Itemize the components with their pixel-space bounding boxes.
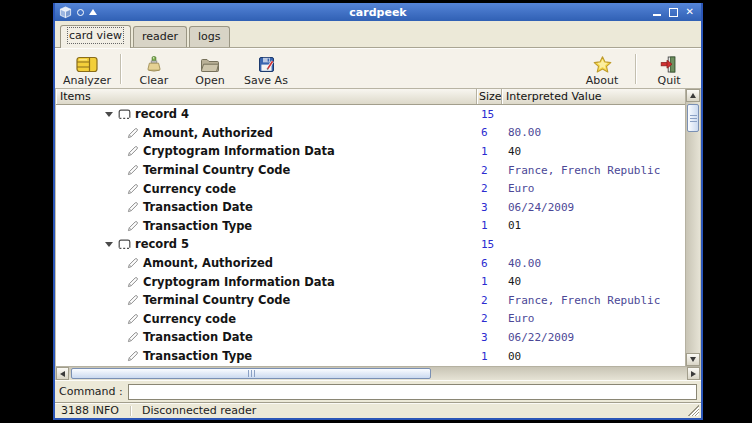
size-cell: 2	[477, 312, 502, 325]
scroll-up-button[interactable]	[686, 89, 700, 102]
scroll-right-button[interactable]	[687, 367, 700, 380]
clear-label: Clear	[140, 74, 169, 87]
tree-row[interactable]: Cryptogram Information Data140	[56, 272, 685, 291]
toolbar-separator	[120, 54, 121, 84]
tab-card-view[interactable]: card view	[60, 25, 131, 48]
quit-button[interactable]: Quit	[641, 51, 697, 87]
pencil-icon	[127, 257, 139, 269]
tab-logs[interactable]: logs	[189, 26, 230, 47]
right-arrow-icon	[691, 371, 696, 377]
size-cell: 1	[477, 350, 502, 363]
interpreted-value-cell: 06/24/2009	[502, 201, 685, 214]
titlebar[interactable]: cardpeek ✕	[55, 3, 701, 21]
items-cell: Amount, Authorized	[56, 256, 477, 270]
save-as-button[interactable]: Save As	[238, 51, 294, 87]
expander-icon[interactable]	[105, 242, 113, 247]
size-cell: 1	[477, 275, 502, 288]
tree-row[interactable]: Transaction Date306/22/2009	[56, 328, 685, 347]
items-cell: Transaction Date	[56, 330, 477, 344]
tree-row[interactable]: Currency code2Euro	[56, 310, 685, 329]
tree-item-label: Terminal Country Code	[143, 163, 290, 177]
tree-item-label: Transaction Type	[143, 219, 252, 233]
analyzer-button[interactable]: Analyzer	[59, 51, 115, 87]
pencil-icon	[127, 276, 139, 288]
pencil-icon	[127, 183, 139, 195]
size-cell: 6	[477, 126, 502, 139]
horizontal-scrollbar[interactable]	[56, 366, 700, 380]
tree-item-label: Terminal Country Code	[143, 293, 290, 307]
pencil-icon	[127, 350, 139, 362]
tree-rows: record 415Amount, Authorized680.00Crypto…	[56, 105, 685, 366]
tree-row[interactable]: record 515	[56, 235, 685, 254]
items-cell: Cryptogram Information Data	[56, 144, 477, 158]
size-cell: 3	[477, 331, 502, 344]
interpreted-value-cell: Euro	[502, 312, 685, 325]
analyzer-label: Analyzer	[63, 74, 111, 87]
tree-item-label: record 4	[135, 107, 189, 121]
interpreted-value-cell: France, French Republic	[502, 164, 685, 177]
toolbar: Analyzer Clear Open	[55, 48, 701, 89]
minimize-button[interactable]	[653, 14, 661, 16]
items-cell: Transaction Type	[56, 219, 477, 233]
column-header-size[interactable]: Size	[477, 89, 502, 104]
interpreted-value-cell: 01	[502, 219, 685, 232]
vertical-scrollbar[interactable]	[685, 89, 700, 366]
pencil-icon	[127, 313, 139, 325]
size-cell: 2	[477, 182, 502, 195]
tab-bar: card view reader logs	[55, 21, 701, 48]
toolbar-separator	[635, 54, 636, 84]
tree-row[interactable]: Transaction Date306/24/2009	[56, 198, 685, 217]
window-menu-dot-icon[interactable]	[77, 9, 84, 16]
status-bar: 3188 INFO Disconnected reader	[55, 402, 701, 418]
tree-row[interactable]: Transaction Type101	[56, 217, 685, 236]
items-cell: Amount, Authorized	[56, 126, 477, 140]
close-button[interactable]: ✕	[686, 7, 694, 17]
column-header-interpreted-value[interactable]: Interpreted Value	[502, 89, 685, 104]
tree-row[interactable]: Transaction Type100	[56, 347, 685, 366]
resize-grip[interactable]	[688, 405, 699, 416]
window-title: cardpeek	[55, 6, 701, 19]
interpreted-value-cell: 80.00	[502, 126, 685, 139]
vertical-scrollbar-thumb[interactable]	[687, 104, 699, 132]
desktop-background: { "titlebar": { "title": "cardpeek" }, "…	[0, 0, 752, 423]
pencil-icon	[127, 201, 139, 213]
about-button[interactable]: About	[574, 51, 630, 87]
record-icon	[118, 239, 131, 250]
open-button[interactable]: Open	[182, 51, 238, 87]
scroll-down-button[interactable]	[686, 353, 700, 366]
items-cell: Terminal Country Code	[56, 293, 477, 307]
exit-door-icon	[660, 56, 678, 73]
maximize-button[interactable]	[669, 8, 678, 17]
tree-row[interactable]: Amount, Authorized680.00	[56, 124, 685, 143]
shade-up-arrow-icon[interactable]	[89, 9, 97, 15]
tree-row[interactable]: Cryptogram Information Data140	[56, 142, 685, 161]
tree-item-label: Transaction Date	[143, 200, 253, 214]
size-cell: 15	[477, 108, 502, 121]
up-arrow-icon	[690, 93, 696, 98]
folder-icon	[200, 57, 220, 73]
thumb-grip-icon	[690, 115, 697, 122]
tree-row[interactable]: Terminal Country Code2France, French Rep…	[56, 161, 685, 180]
column-header-items[interactable]: Items	[56, 89, 477, 104]
scroll-left-button[interactable]	[56, 367, 69, 380]
expander-icon[interactable]	[105, 112, 113, 117]
horizontal-scrollbar-track[interactable]	[433, 367, 687, 380]
clear-button[interactable]: Clear	[126, 51, 182, 87]
status-message: Disconnected reader	[142, 404, 256, 417]
horizontal-scrollbar-thumb[interactable]	[71, 368, 431, 379]
interpreted-value-cell: Euro	[502, 182, 685, 195]
tree-item-label: Amount, Authorized	[143, 256, 273, 270]
app-cube-icon[interactable]	[59, 6, 72, 19]
tree-row[interactable]: record 415	[56, 105, 685, 124]
size-cell: 2	[477, 164, 502, 177]
tree-row[interactable]: Amount, Authorized640.00	[56, 254, 685, 273]
tree-row[interactable]: Currency code2Euro	[56, 179, 685, 198]
items-cell: Transaction Date	[56, 200, 477, 214]
command-bar: Command :	[55, 380, 701, 402]
vertical-scrollbar-track[interactable]	[686, 134, 700, 353]
pencil-icon	[127, 294, 139, 306]
command-input[interactable]	[128, 384, 697, 400]
pencil-icon	[127, 220, 139, 232]
tree-row[interactable]: Terminal Country Code2France, French Rep…	[56, 291, 685, 310]
tab-reader[interactable]: reader	[133, 26, 187, 47]
